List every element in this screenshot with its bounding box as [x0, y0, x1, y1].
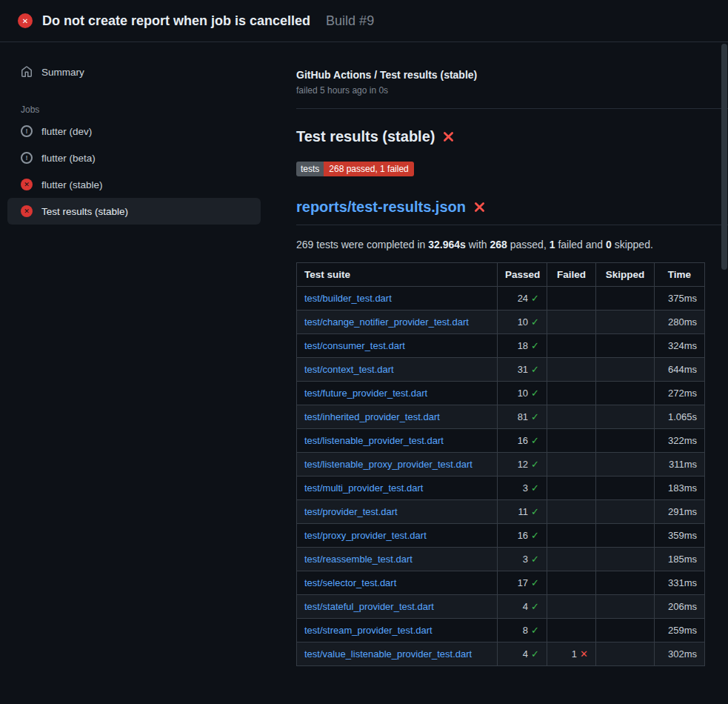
passed-cell: 17✓	[498, 571, 547, 595]
time-cell: 185ms	[655, 548, 705, 571]
tests-badge-value: 268 passed, 1 failed	[324, 162, 413, 176]
sidebar-item-summary[interactable]: Summary	[7, 59, 261, 85]
time-cell: 259ms	[655, 619, 705, 642]
check-icon: ✓	[531, 625, 539, 636]
check-icon: ✓	[531, 364, 539, 375]
table-header-row: Test suite Passed Failed Skipped Time	[297, 263, 705, 287]
table-row: test/value_listenable_provider_test.dart…	[297, 642, 705, 666]
report-file-link[interactable]: reports/test-results.json	[296, 199, 466, 216]
time-cell: 183ms	[655, 476, 705, 500]
check-icon: ✓	[531, 577, 539, 588]
col-header-test-suite: Test suite	[297, 263, 498, 287]
failed-check-icon: ✕	[18, 13, 33, 28]
test-suite-link[interactable]: test/stateful_provider_test.dart	[304, 601, 434, 612]
summary-text: 269 tests were completed in	[296, 239, 428, 250]
check-icon: ✓	[531, 601, 539, 612]
job-label: flutter (beta)	[41, 153, 96, 164]
sidebar-job-item[interactable]: ✕ flutter (stable)	[7, 171, 261, 198]
skipped-cell	[596, 287, 655, 311]
failed-cell	[547, 382, 596, 405]
results-table: Test suite Passed Failed Skipped Time te…	[296, 262, 705, 666]
table-row: test/future_provider_test.dart 10✓ 272ms	[297, 382, 705, 405]
test-suite-link[interactable]: test/listenable_provider_test.dart	[304, 435, 444, 446]
home-icon	[21, 66, 33, 78]
test-suite-link[interactable]: test/proxy_provider_test.dart	[304, 530, 427, 541]
test-suite-link[interactable]: test/provider_test.dart	[304, 506, 398, 517]
time-cell: 302ms	[655, 642, 705, 666]
sidebar-job-item[interactable]: ! flutter (dev)	[7, 118, 261, 145]
vertical-scrollbar[interactable]	[721, 44, 727, 270]
test-suite-link[interactable]: test/future_provider_test.dart	[304, 388, 427, 399]
failed-x-icon	[473, 201, 486, 213]
test-suite-link[interactable]: test/value_listenable_provider_test.dart	[304, 648, 472, 660]
skipped-cell	[596, 311, 655, 334]
test-suite-link[interactable]: test/change_notifier_provider_test.dart	[304, 316, 469, 328]
check-icon: ✓	[531, 388, 539, 399]
check-icon: ✓	[531, 316, 539, 328]
passed-cell: 16✓	[498, 524, 547, 548]
time-cell: 375ms	[655, 287, 705, 311]
table-row: test/provider_test.dart 11✓ 291ms	[297, 500, 705, 524]
sidebar-job-item[interactable]: ✕ Test results (stable)	[7, 198, 261, 225]
passed-cell: 3✓	[498, 476, 547, 500]
passed-cell: 18✓	[498, 334, 547, 358]
time-cell: 359ms	[655, 524, 705, 548]
test-suite-link[interactable]: test/selector_test.dart	[304, 577, 396, 588]
passed-cell: 10✓	[498, 382, 547, 405]
test-suite-link[interactable]: test/listenable_proxy_provider_test.dart	[304, 459, 472, 470]
neutral-status-icon: !	[21, 152, 33, 164]
time-cell: 1.065s	[655, 405, 705, 429]
check-icon: ✓	[531, 459, 539, 470]
table-row: test/multi_provider_test.dart 3✓ 183ms	[297, 476, 705, 500]
time-cell: 644ms	[655, 358, 705, 382]
passed-cell: 11✓	[498, 500, 547, 524]
summary-failed-count: 1	[550, 239, 555, 250]
table-row: test/builder_test.dart 24✓ 375ms	[297, 287, 705, 311]
test-suite-link[interactable]: test/stream_provider_test.dart	[304, 625, 433, 636]
failed-status-icon: ✕	[21, 205, 33, 217]
failed-cell	[547, 334, 596, 358]
tests-badge-label: tests	[296, 162, 324, 176]
skipped-cell	[596, 619, 655, 642]
failed-cell	[547, 453, 596, 476]
table-row: test/change_notifier_provider_test.dart …	[297, 311, 705, 334]
check-icon: ✓	[531, 293, 539, 304]
test-suite-link[interactable]: test/multi_provider_test.dart	[304, 482, 423, 494]
table-row: test/reassemble_test.dart 3✓ 185ms	[297, 548, 705, 571]
failed-cell: 1✕	[547, 642, 596, 666]
passed-cell: 3✓	[498, 548, 547, 571]
skipped-cell	[596, 334, 655, 358]
test-suite-link[interactable]: test/inherited_provider_test.dart	[304, 411, 440, 422]
time-cell: 206ms	[655, 595, 705, 619]
sidebar: Summary Jobs ! flutter (dev) ! flutter (…	[0, 42, 281, 704]
test-suite-link[interactable]: test/consumer_test.dart	[304, 340, 405, 351]
failed-cell	[547, 524, 596, 548]
summary-line: 269 tests were completed in 32.964s with…	[296, 239, 704, 250]
skipped-cell	[596, 595, 655, 619]
table-row: test/proxy_provider_test.dart 16✓ 359ms	[297, 524, 705, 548]
build-number: Build #9	[326, 13, 374, 29]
table-row: test/listenable_provider_test.dart 16✓ 3…	[297, 429, 705, 453]
skipped-cell	[596, 476, 655, 500]
failed-x-icon	[442, 130, 455, 143]
summary-text: with	[466, 239, 490, 250]
passed-cell: 4✓	[498, 642, 547, 666]
jobs-list: ! flutter (dev) ! flutter (beta) ✕ flutt…	[0, 118, 281, 225]
test-suite-link[interactable]: test/builder_test.dart	[304, 293, 392, 304]
check-run-title: Test results (stable)	[296, 128, 435, 145]
time-cell: 280ms	[655, 311, 705, 334]
time-cell: 331ms	[655, 571, 705, 595]
job-label: Test results (stable)	[41, 206, 128, 217]
col-header-skipped: Skipped	[596, 263, 655, 287]
sidebar-job-item[interactable]: ! flutter (beta)	[7, 145, 261, 171]
col-header-passed: Passed	[498, 263, 547, 287]
time-cell: 272ms	[655, 382, 705, 405]
table-row: test/consumer_test.dart 18✓ 324ms	[297, 334, 705, 358]
failed-cell	[547, 500, 596, 524]
check-icon: ✓	[531, 340, 539, 351]
test-suite-link[interactable]: test/reassemble_test.dart	[304, 554, 413, 565]
summary-text: skipped.	[612, 239, 653, 250]
skipped-cell	[596, 358, 655, 382]
test-suite-link[interactable]: test/context_test.dart	[304, 364, 394, 375]
skipped-cell	[596, 382, 655, 405]
